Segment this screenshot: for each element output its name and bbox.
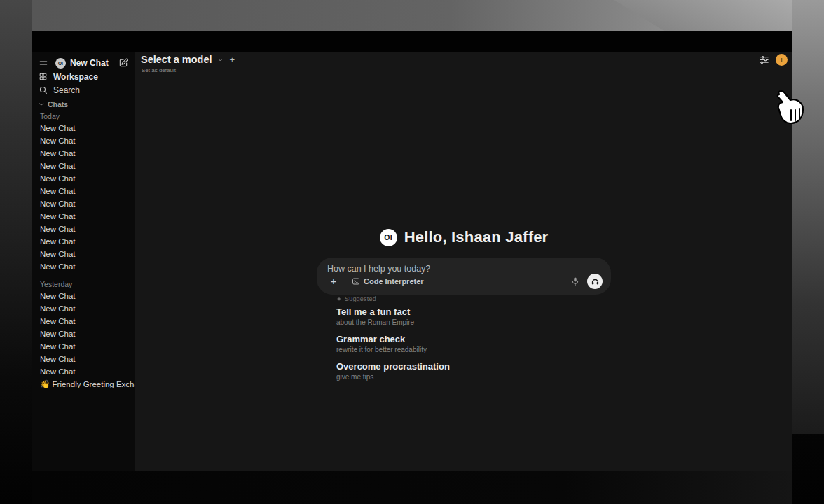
chat-list-item[interactable]: New Chat <box>32 134 135 147</box>
model-selector-label: Select a model <box>141 54 212 65</box>
code-interpreter-label: Code Interpreter <box>364 277 424 286</box>
chat-list-item[interactable]: New Chat <box>32 340 135 353</box>
chat-list-item[interactable]: New Chat <box>32 197 135 210</box>
user-avatar[interactable]: I <box>776 54 788 66</box>
chat-list-item[interactable]: New Chat <box>32 223 135 235</box>
desktop-backdrop-bottom <box>32 471 792 504</box>
chat-list-item[interactable]: New Chat <box>32 315 135 328</box>
set-as-default-link[interactable]: Set as default <box>142 67 176 74</box>
chevron-down-icon <box>39 102 44 107</box>
chat-list-item[interactable]: New Chat <box>32 147 135 160</box>
new-chat-icon[interactable] <box>118 58 128 68</box>
greeting-row: OI Hello, Ishaan Jaffer <box>135 228 792 246</box>
chat-list-item[interactable]: New Chat <box>32 172 135 185</box>
attach-button[interactable]: + <box>327 275 340 288</box>
headphones-icon <box>591 277 600 286</box>
sidebar-item-search[interactable]: Search <box>32 83 135 97</box>
workspace-icon <box>39 72 48 81</box>
chats-section-header[interactable]: Chats <box>32 99 135 109</box>
message-input[interactable] <box>327 264 603 274</box>
suggested-section: Suggested Tell me a fun fact about the R… <box>336 295 617 389</box>
app-window: OI New Chat Workspace Searc <box>32 31 792 471</box>
suggested-prompt-title: Grammar check <box>336 335 617 344</box>
model-selector[interactable]: Select a model + <box>141 54 235 65</box>
sidebar-title: New Chat <box>70 58 118 68</box>
greeting-text: Hello, Ishaan Jaffer <box>404 228 549 246</box>
suggested-prompt-subtitle: give me tips <box>336 372 617 382</box>
suggested-label: Suggested <box>345 295 376 302</box>
chat-list-item[interactable]: New Chat <box>32 248 135 260</box>
chat-group-label: Today <box>32 111 135 120</box>
sidebar-toggle-icon[interactable] <box>39 58 48 68</box>
chat-list-item[interactable]: New Chat <box>32 328 135 340</box>
chat-list-item[interactable]: New Chat <box>32 353 135 365</box>
settings-sliders-icon[interactable] <box>759 55 769 65</box>
suggested-prompt[interactable]: Tell me a fun fact about the Roman Empir… <box>336 307 617 327</box>
sparkle-icon <box>336 296 342 302</box>
search-icon <box>39 85 48 94</box>
chat-list-item[interactable]: New Chat <box>32 122 135 134</box>
add-model-button[interactable]: + <box>230 55 235 65</box>
chat-list-item[interactable]: New Chat <box>32 260 135 273</box>
main-panel: Select a model + Set as default I <box>135 52 792 471</box>
suggested-prompt-title: Overcome procrastination <box>336 362 617 372</box>
sidebar-item-workspace[interactable]: Workspace <box>32 70 135 83</box>
voice-call-button[interactable] <box>587 274 603 289</box>
chat-list-item[interactable]: New Chat <box>32 160 135 172</box>
sidebar: OI New Chat Workspace Searc <box>32 52 135 471</box>
app-logo-icon: OI <box>380 229 397 246</box>
chat-list: Today New ChatNew ChatNew ChatNew ChatNe… <box>32 111 135 391</box>
app-logo-icon: OI <box>55 58 66 69</box>
chat-list-item[interactable]: New Chat <box>32 210 135 223</box>
chevron-down-icon <box>217 57 224 63</box>
chat-group: Yesterday New ChatNew ChatNew ChatNew Ch… <box>32 279 135 391</box>
desktop: OI New Chat Workspace Searc <box>0 0 824 504</box>
desktop-backdrop-left <box>0 0 32 504</box>
suggested-prompt-subtitle: rewrite it for better readability <box>336 345 617 354</box>
chats-section-label: Chats <box>48 100 68 108</box>
chat-list-item[interactable]: New Chat <box>32 302 135 315</box>
code-interpreter-icon <box>352 277 360 286</box>
chat-group-label: Yesterday <box>32 279 135 288</box>
desktop-backdrop-right <box>792 0 824 434</box>
chat-group: Today New ChatNew ChatNew ChatNew ChatNe… <box>32 111 135 273</box>
chat-list-item[interactable]: New Chat <box>32 235 135 248</box>
message-composer[interactable]: + Code Interpreter <box>317 258 611 295</box>
search-label: Search <box>53 85 80 95</box>
suggested-prompt-subtitle: about the Roman Empire <box>336 318 617 327</box>
window-titlebar <box>32 31 792 52</box>
topbar: Select a model + Set as default I <box>135 52 792 76</box>
suggested-prompt[interactable]: Overcome procrastination give me tips <box>336 362 617 382</box>
code-interpreter-toggle[interactable]: Code Interpreter <box>352 277 424 286</box>
suggested-prompt-title: Tell me a fun fact <box>336 307 617 317</box>
suggested-prompt[interactable]: Grammar check rewrite it for better read… <box>336 335 617 354</box>
suggested-list: Tell me a fun fact about the Roman Empir… <box>336 307 617 382</box>
workspace-label: Workspace <box>53 72 98 82</box>
chat-list-item[interactable]: New Chat <box>32 365 135 378</box>
chat-list-item[interactable]: New Chat <box>32 290 135 302</box>
chat-list-item[interactable]: New Chat <box>32 185 135 197</box>
microphone-icon[interactable] <box>571 276 579 287</box>
chat-list-item[interactable]: 👋 Friendly Greeting Exchange <box>32 378 135 391</box>
